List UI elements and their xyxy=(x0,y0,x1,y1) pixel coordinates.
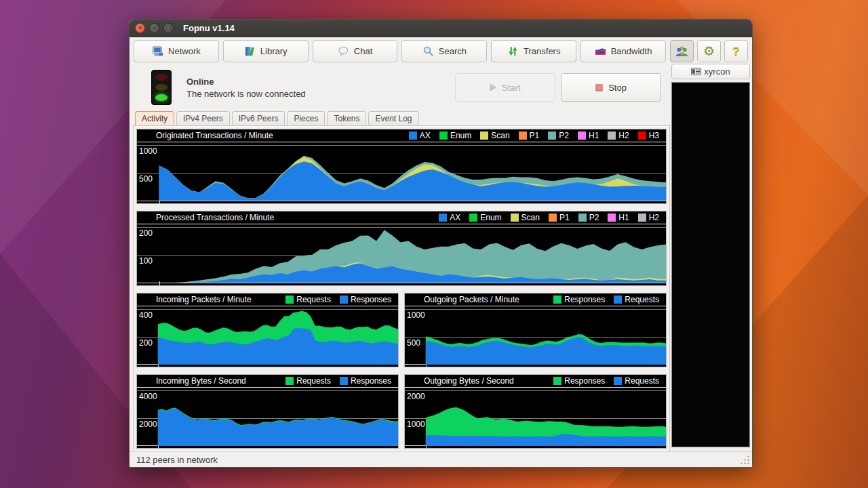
legend-label: Scan xyxy=(521,213,540,222)
computer-icon xyxy=(152,45,163,57)
tab-event-log[interactable]: Event Log xyxy=(368,111,418,126)
legend-swatch xyxy=(614,377,622,385)
chart-row: Incoming Packets / MinuteRequestsRespons… xyxy=(136,293,667,367)
minimize-icon[interactable]: − xyxy=(149,23,159,33)
tab-activity[interactable]: Activity xyxy=(135,111,174,126)
status-bar: 112 peers in network xyxy=(130,451,752,467)
chart-canvas xyxy=(405,388,666,446)
console-panel xyxy=(671,82,750,447)
legend-swatch xyxy=(638,131,646,140)
legend-swatch xyxy=(511,214,519,222)
stop-square-icon xyxy=(595,84,603,92)
library-button[interactable]: Library xyxy=(223,40,309,62)
tab-pieces[interactable]: Pieces xyxy=(287,111,325,126)
resize-grip[interactable] xyxy=(740,455,749,464)
close-icon[interactable]: ✕ xyxy=(135,23,145,33)
chart-header: Originated Transactions / MinuteAXEnumSc… xyxy=(137,129,666,142)
chart-canvas xyxy=(137,306,398,365)
left-column: Online The network is now connected Star… xyxy=(134,65,669,451)
legend-label: Enum xyxy=(480,213,501,222)
legend-swatch xyxy=(439,131,448,140)
stop-button[interactable]: Stop xyxy=(561,73,661,102)
status-message: The network is now connected xyxy=(186,89,306,99)
legend-swatch xyxy=(608,214,616,222)
chart-plot: 20001000 xyxy=(405,388,666,448)
transfers-button[interactable]: Transfers xyxy=(491,40,576,62)
toolbar: NetworkLibraryChatSearchTransfersBandwid… xyxy=(130,37,752,65)
users-button[interactable] xyxy=(670,40,694,62)
chart-title: Incoming Packets / Minute xyxy=(156,295,285,304)
help-button[interactable]: ? xyxy=(724,40,748,62)
legend-item: Responses xyxy=(553,295,605,304)
search-icon xyxy=(422,45,434,57)
chart-legend: RequestsResponses xyxy=(285,295,391,304)
x-axis-line xyxy=(137,283,666,283)
chart-row: Incoming Bytes / SecondRequestsResponses… xyxy=(136,374,667,449)
legend-item: H1 xyxy=(578,131,599,140)
chart-canvas xyxy=(137,224,666,283)
legend-item: P1 xyxy=(549,213,570,222)
transfers-button-label: Transfers xyxy=(524,46,560,56)
legend-item: Requests xyxy=(285,376,331,386)
legend-swatch xyxy=(469,214,477,222)
legend-swatch xyxy=(480,131,488,140)
network-status-panel: Online The network is now connected Star… xyxy=(134,65,669,110)
start-button[interactable]: Start xyxy=(455,73,555,102)
maximize-icon[interactable]: ▢ xyxy=(163,23,174,33)
chart-legend: RequestsResponses xyxy=(285,376,391,386)
legend-item: AX xyxy=(409,131,431,140)
users-icon xyxy=(675,45,688,57)
tab-ipv6-peers[interactable]: IPv6 Peers xyxy=(232,111,285,126)
legend-label: Requests xyxy=(296,295,331,304)
legend-item: Requests xyxy=(614,295,659,304)
legend-label: P2 xyxy=(559,131,569,140)
chart-header: Processed Transactions / MinuteAXEnumSca… xyxy=(137,211,666,224)
chat-bubble-icon xyxy=(338,45,349,57)
legend-label: P2 xyxy=(589,213,599,222)
legend-label: AX xyxy=(450,213,460,222)
xyrcon-button[interactable]: xyrcon xyxy=(671,64,750,79)
window-title: Fopnu v1.14 xyxy=(183,23,235,33)
chart-outgoing-bytes: Outgoing Bytes / SecondResponsesRequests… xyxy=(404,374,667,449)
transfers-arrows-icon xyxy=(507,45,519,57)
chart-incoming-bytes: Incoming Bytes / SecondRequestsResponses… xyxy=(136,374,399,449)
legend-item: H2 xyxy=(638,213,659,222)
legend-item: H1 xyxy=(608,213,629,222)
chart-originated-transactions: Originated Transactions / MinuteAXEnumSc… xyxy=(136,129,667,204)
search-button[interactable]: Search xyxy=(401,40,487,62)
bandwidth-button[interactable]: Bandwidth xyxy=(580,40,666,62)
app-window: ✕ − ▢ Fopnu v1.14 NetworkLibraryChatSear… xyxy=(129,19,753,468)
main-area: Online The network is now connected Star… xyxy=(130,65,752,451)
legend-label: Requests xyxy=(625,376,659,386)
network-button-label: Network xyxy=(168,46,201,56)
toolbar-icon-buttons: ⚙? xyxy=(670,40,748,62)
tab-ipv4-peers[interactable]: IPv4 Peers xyxy=(176,111,230,126)
red-lamp-icon xyxy=(155,74,167,81)
legend-item: Responses xyxy=(340,376,391,386)
legend-item: AX xyxy=(439,213,460,222)
chart-canvas xyxy=(137,388,398,446)
tab-tokens[interactable]: Tokens xyxy=(327,111,366,126)
chat-button[interactable]: Chat xyxy=(313,40,398,62)
chart-title: Outgoing Packets / Minute xyxy=(424,295,553,304)
legend-item: Enum xyxy=(439,131,471,140)
right-column: xyrcon xyxy=(669,65,752,451)
legend-swatch xyxy=(578,131,586,140)
chart-header: Incoming Packets / MinuteRequestsRespons… xyxy=(137,293,398,306)
legend-item: Scan xyxy=(511,213,540,222)
legend-item: Requests xyxy=(285,295,331,304)
bandwidth-button-label: Bandwidth xyxy=(611,46,652,56)
toolbar-main-buttons: NetworkLibraryChatSearchTransfersBandwid… xyxy=(134,40,666,62)
legend-swatch xyxy=(285,296,294,304)
legend-swatch xyxy=(553,377,561,385)
legend-swatch xyxy=(285,377,294,385)
bandwidth-graph-icon xyxy=(595,45,606,57)
legend-item: H2 xyxy=(608,131,629,140)
settings-button[interactable]: ⚙ xyxy=(697,40,721,62)
legend-label: Scan xyxy=(491,131,509,140)
traffic-light-icon xyxy=(151,70,172,105)
legend-label: AX xyxy=(420,131,431,140)
legend-swatch xyxy=(549,214,557,222)
network-button[interactable]: Network xyxy=(134,40,219,62)
legend-label: P1 xyxy=(530,131,540,140)
